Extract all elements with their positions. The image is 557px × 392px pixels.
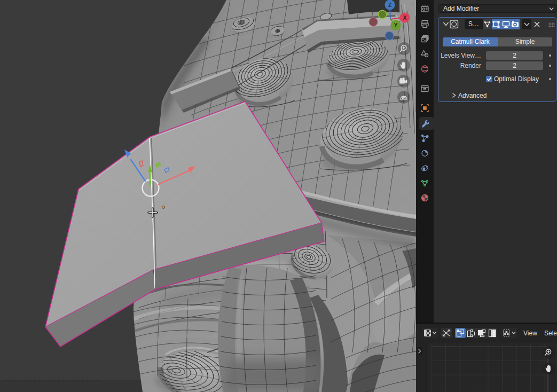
svg-text:X: X [403, 15, 407, 21]
svg-text:Sele: Sele [544, 330, 557, 337]
svg-text:View: View [523, 330, 537, 337]
svg-text:Y: Y [394, 22, 398, 28]
svg-text:Z: Z [388, 2, 391, 8]
